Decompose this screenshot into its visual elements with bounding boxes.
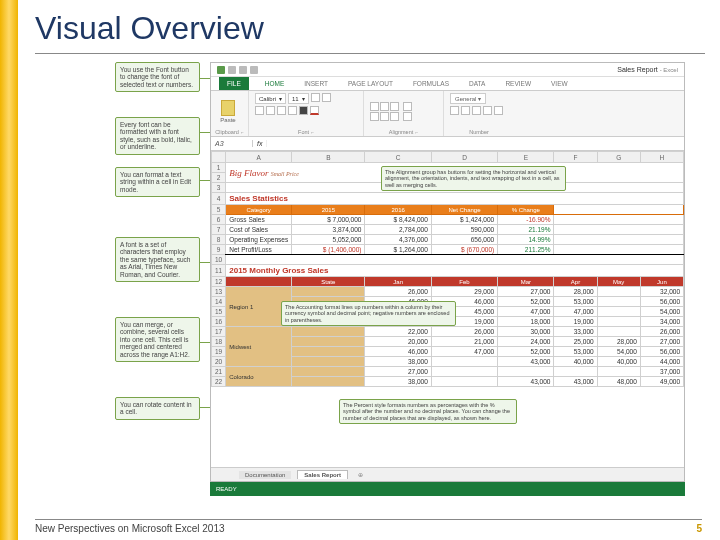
- title-rule: [35, 53, 705, 54]
- section-sales-stats[interactable]: Sales Statistics: [226, 193, 684, 205]
- hdr-2015[interactable]: 2015: [292, 205, 365, 215]
- sheet-tab-bar: Documentation Sales Report ⊕: [211, 467, 684, 481]
- ribbon: Paste Clipboard⌐ Calibri▾ 11▾: [211, 91, 684, 137]
- sheet-tab-sales-report[interactable]: Sales Report: [297, 470, 348, 479]
- italic-icon[interactable]: [266, 106, 275, 115]
- formula-area[interactable]: fx: [253, 140, 684, 147]
- tab-formulas[interactable]: FORMULAS: [409, 78, 453, 90]
- col-H[interactable]: H: [640, 152, 683, 163]
- callout-rotate: You can rotate content in a cell.: [115, 397, 200, 420]
- font-size-value: 11: [292, 96, 299, 102]
- callout-edit-mode: You can format a text string within a ce…: [115, 167, 200, 197]
- table-row: 13Region 126,00029,00027,00028,00032,000: [212, 287, 684, 297]
- table-row: 21Colorado27,00037,000: [212, 367, 684, 377]
- table-row: 17Midwest22,00026,00030,00033,00026,000: [212, 327, 684, 337]
- align-buttons[interactable]: [370, 102, 399, 121]
- callout-accounting-format: The Accounting format lines up numbers w…: [281, 301, 456, 326]
- wrap-text-icon[interactable]: [403, 102, 412, 111]
- tab-review[interactable]: REVIEW: [501, 78, 535, 90]
- row-10: 10: [212, 255, 684, 265]
- bold-icon[interactable]: [255, 106, 264, 115]
- name-box[interactable]: A3: [211, 140, 253, 147]
- paste-icon: [221, 100, 235, 116]
- callout-alignment-group: The Alignment group has buttons for sett…: [381, 166, 566, 191]
- col-D[interactable]: D: [431, 152, 497, 163]
- paste-button[interactable]: Paste: [217, 100, 239, 123]
- tab-view[interactable]: VIEW: [547, 78, 572, 90]
- group-font: Calibri▾ 11▾: [249, 91, 364, 136]
- excel-window: Sales Report - Excel FILE HOME INSERT PA…: [210, 62, 685, 482]
- decrease-font-icon[interactable]: [322, 93, 331, 102]
- region-2-label[interactable]: Midwest: [226, 327, 292, 367]
- undo-icon[interactable]: [239, 66, 247, 74]
- window-title: Sales Report - Excel: [617, 66, 678, 73]
- hdr-pct-change[interactable]: % Change: [498, 205, 554, 215]
- tab-home[interactable]: HOME: [261, 78, 289, 90]
- group-alignment: Alignment⌐: [364, 91, 444, 136]
- number-format-value: General: [455, 96, 476, 102]
- tab-insert[interactable]: INSERT: [300, 78, 332, 90]
- font-group-label: Font: [298, 129, 309, 135]
- status-ready: READY: [216, 486, 237, 492]
- font-size-select[interactable]: 11▾: [288, 93, 309, 104]
- tab-page-layout[interactable]: PAGE LAYOUT: [344, 78, 397, 90]
- percent-icon[interactable]: [461, 106, 470, 115]
- titlebar: Sales Report - Excel: [211, 63, 684, 77]
- col-B[interactable]: B: [292, 152, 365, 163]
- stats-row-cost: 7Cost of Sales3,874,0002,784,000590,0002…: [212, 225, 684, 235]
- status-bar: READY: [210, 482, 685, 496]
- stats-header-row: 5 Category 2015 2016 Net Change % Change: [212, 205, 684, 215]
- excel-icon: [217, 66, 225, 74]
- clipboard-label: Clipboard: [215, 129, 239, 135]
- section-gross-sales[interactable]: 2015 Monthly Gross Sales: [226, 265, 684, 277]
- hdr-2016[interactable]: 2016: [365, 205, 431, 215]
- col-A[interactable]: A: [226, 152, 292, 163]
- page-number: 5: [696, 523, 702, 534]
- tab-data[interactable]: DATA: [465, 78, 489, 90]
- currency-icon[interactable]: [450, 106, 459, 115]
- select-all-corner[interactable]: [212, 152, 226, 163]
- increase-decimal-icon[interactable]: [483, 106, 492, 115]
- brand-small: Small Price: [271, 171, 299, 177]
- col-E[interactable]: E: [498, 152, 554, 163]
- dialog-launcher-icon[interactable]: ⌐: [241, 129, 244, 135]
- chevron-down-icon: ▾: [279, 95, 282, 102]
- ribbon-tabs: FILE HOME INSERT PAGE LAYOUT FORMULAS DA…: [211, 77, 684, 91]
- number-format-select[interactable]: General ▾: [450, 93, 486, 104]
- font-name-select[interactable]: Calibri▾: [255, 93, 286, 104]
- hdr-net-change[interactable]: Net Change: [431, 205, 497, 215]
- worksheet-grid[interactable]: A B C D E F G H 1Big Flavor Small Price …: [211, 151, 684, 467]
- quick-access-toolbar: [217, 66, 258, 74]
- row-11: 112015 Monthly Gross Sales: [212, 265, 684, 277]
- dialog-launcher-icon[interactable]: ⌐: [311, 129, 314, 135]
- new-sheet-icon[interactable]: ⊕: [354, 471, 367, 478]
- save-icon[interactable]: [228, 66, 236, 74]
- increase-font-icon[interactable]: [311, 93, 320, 102]
- col-C[interactable]: C: [365, 152, 431, 163]
- fx-icon[interactable]: fx: [253, 140, 267, 147]
- font-name-value: Calibri: [259, 96, 276, 102]
- col-G[interactable]: G: [597, 152, 640, 163]
- sheet-tab-documentation[interactable]: Documentation: [239, 471, 291, 479]
- group-number: General ▾ Number: [444, 91, 514, 136]
- chevron-down-icon: ▾: [302, 95, 305, 102]
- footer-text: New Perspectives on Microsoft Excel 2013: [35, 523, 225, 534]
- region-3-label[interactable]: Colorado: [226, 367, 292, 387]
- decrease-decimal-icon[interactable]: [494, 106, 503, 115]
- border-icon[interactable]: [288, 106, 297, 115]
- dialog-launcher-icon[interactable]: ⌐: [415, 129, 418, 135]
- comma-icon[interactable]: [472, 106, 481, 115]
- col-header-row: A B C D E F G H: [212, 152, 684, 163]
- redo-icon[interactable]: [250, 66, 258, 74]
- page-title: Visual Overview: [35, 10, 705, 51]
- group-clipboard: Paste Clipboard⌐: [211, 91, 249, 136]
- callout-font-def: A font is a set of characters that emplo…: [115, 237, 200, 282]
- hdr-category[interactable]: Category: [226, 205, 292, 215]
- stats-row-opex: 8Operating Expenses5,052,0004,376,000656…: [212, 235, 684, 245]
- font-color-icon[interactable]: [310, 106, 319, 115]
- merge-center-icon[interactable]: [403, 112, 412, 121]
- underline-icon[interactable]: [277, 106, 286, 115]
- tab-file[interactable]: FILE: [219, 77, 249, 90]
- fill-color-icon[interactable]: [299, 106, 308, 115]
- col-F[interactable]: F: [554, 152, 597, 163]
